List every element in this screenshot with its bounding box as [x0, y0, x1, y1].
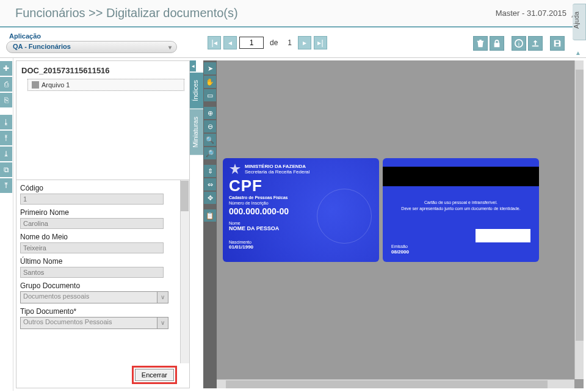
tipo-value: Outros Documentos Pessoais — [23, 318, 112, 325]
viewer-toolbar: ➤ ✋ ▭ ⊕ ⊖ 🔍 🔎 ⇕ ⇔ ✥ 📋 — [203, 60, 217, 388]
scan-button[interactable]: ⎙ — [0, 77, 12, 92]
viewer-h-scrollbar[interactable] — [217, 379, 574, 388]
meio-label: Nome do Meio — [20, 233, 183, 241]
fit-width-tool[interactable]: ⇔ — [204, 178, 216, 191]
meio-input[interactable] — [20, 242, 164, 253]
info-button[interactable]: i — [512, 36, 526, 51]
page-title: Funcionários >> Digitalizar documento(s) — [15, 6, 496, 20]
left-panel: DOC_201573115611516 Arquivo 1 Código Pri… — [16, 60, 190, 388]
page-dup-button[interactable]: ⧉ — [0, 162, 12, 177]
zoom-out-tool[interactable]: ⊖ — [204, 120, 216, 132]
back-line1: Cartão de uso pessoal e intransferível. — [383, 200, 539, 206]
zoom-region-tool[interactable]: 🔍 — [204, 134, 216, 146]
emissao-label: Emissão — [391, 244, 408, 249]
codigo-label: Código — [20, 184, 183, 192]
brasao-icon — [229, 163, 241, 175]
page-total: 1 — [284, 38, 295, 47]
right-toolbar: i — [473, 36, 565, 51]
page-up-button[interactable]: ⭱ — [0, 131, 12, 145]
collapse-panel-button[interactable]: ◂ — [190, 60, 196, 71]
ministry-text: MINISTÉRIO DA FAZENDA — [245, 164, 309, 169]
svg-marker-2 — [230, 164, 241, 174]
title-sub: Digitalizar documento(s) — [106, 6, 238, 20]
chevron-down-icon: ∨ — [157, 292, 168, 303]
signature-box — [476, 229, 530, 242]
trash-button[interactable] — [473, 36, 488, 51]
tab-miniaturas[interactable]: Miniaturas — [190, 109, 203, 155]
document-image: MINISTÉRIO DA FAZENDA Secretaria da Rece… — [223, 158, 539, 262]
doc-name: DOC_201573115611516 — [21, 66, 184, 75]
grupo-label: Grupo Documento — [20, 281, 183, 290]
file-label: Arquivo 1 — [42, 81, 70, 89]
select-tool[interactable]: ▭ — [204, 89, 216, 101]
svg-text:i: i — [518, 41, 519, 47]
encerrar-highlight: Encerrar — [132, 366, 177, 384]
tipo-select[interactable]: Outros Documentos Pessoais ∨ — [20, 317, 168, 329]
birth-date: 01/01/1990 — [229, 244, 373, 250]
back-line2: Deve ser apresentado junto com um docume… — [383, 206, 539, 212]
fit-page-tool[interactable]: ✥ — [204, 192, 216, 204]
page-of-label: de — [266, 38, 281, 47]
page-input[interactable] — [239, 37, 264, 49]
toolbar: Aplicação QA - Funcionários ▾ |◂ ◂ de 1 … — [0, 27, 586, 58]
header-bar: Funcionários >> Digitalizar documento(s)… — [0, 0, 586, 27]
first-page-button[interactable]: |◂ — [208, 36, 221, 49]
doc-tree: DOC_201573115611516 Arquivo 1 — [16, 61, 189, 180]
page-down-button[interactable]: ⭳ — [0, 115, 12, 129]
viewer-v-scrollbar[interactable] — [574, 60, 584, 379]
primeiro-input[interactable] — [20, 218, 164, 229]
viewer-canvas[interactable]: MINISTÉRIO DA FAZENDA Secretaria da Rece… — [217, 60, 584, 388]
last-page-button[interactable]: ▸| — [314, 36, 327, 49]
form-scrollbar[interactable] — [180, 180, 189, 363]
add-doc-button[interactable]: ✚ — [0, 61, 12, 76]
app-label: Aplicação — [9, 32, 177, 40]
pointer-tool[interactable]: ➤ — [204, 62, 216, 74]
ultimo-label: Último Nome — [20, 257, 183, 266]
title-main: Funcionários — [15, 6, 85, 20]
grupo-select[interactable]: Documentos pessoais ∨ — [20, 291, 168, 303]
zoom-reset-tool[interactable]: 🔎 — [204, 147, 216, 159]
codigo-input[interactable] — [20, 194, 164, 205]
collapse-toolbar-icon[interactable]: ▲ — [575, 49, 581, 56]
copy-doc-button[interactable]: ⎘ — [0, 93, 12, 107]
chevron-down-icon: ▾ — [168, 44, 172, 51]
left-iconstrip: ✚ ⎙ ⎘ ⭳ ⭱ ⤓ ⧉ ⤒ — [0, 58, 13, 391]
user-info: Master - 31.07.2015 — [496, 9, 580, 18]
prev-page-button[interactable]: ◂ — [223, 36, 237, 49]
side-tabstrip: ◂ Índices Miniaturas — [190, 60, 203, 388]
tab-indices[interactable]: Índices — [190, 72, 203, 109]
file-icon — [32, 81, 39, 89]
export-button[interactable] — [528, 36, 543, 51]
primeiro-label: Primeiro Nome — [20, 208, 183, 217]
save-button[interactable] — [550, 36, 565, 51]
back-text: Cartão de uso pessoal e intransferível. … — [383, 200, 539, 212]
next-page-button[interactable]: ▸ — [298, 36, 311, 49]
fit-height-tool[interactable]: ⇕ — [204, 165, 216, 177]
magnetic-stripe — [383, 167, 539, 186]
title-sep: >> — [89, 6, 103, 20]
tipo-label: Tipo Documento* — [20, 307, 183, 316]
form-area: Código Primeiro Nome Nome do Meio Último… — [16, 180, 189, 363]
clipboard-tool[interactable]: 📋 — [204, 209, 216, 222]
page-nav: |◂ ◂ de 1 ▸ ▸| — [208, 36, 327, 49]
app-value: QA - Funcionários — [13, 43, 71, 50]
encerrar-button[interactable]: Encerrar — [135, 369, 174, 381]
app-select[interactable]: QA - Funcionários ▾ — [6, 41, 177, 53]
grupo-value: Documentos pessoais — [23, 292, 89, 300]
user-label: Master - 31.07.2015 — [496, 9, 566, 18]
page-insert-button[interactable]: ⤓ — [0, 147, 12, 161]
pan-tool[interactable]: ✋ — [204, 76, 216, 88]
emissao-value: 08/2000 — [391, 249, 409, 255]
secretary-text: Secretaria da Receita Federal — [245, 169, 309, 175]
cpf-card-back: Cartão de uso pessoal e intransferível. … — [383, 158, 539, 262]
lock-button[interactable] — [490, 36, 504, 51]
zoom-in-tool[interactable]: ⊕ — [204, 107, 216, 119]
page-export-button[interactable]: ⤒ — [0, 178, 12, 193]
main-area: ✚ ⎙ ⎘ ⭳ ⭱ ⤓ ⧉ ⤒ DOC_201573115611516 Arqu… — [0, 58, 586, 391]
chevron-down-icon: ∨ — [157, 318, 168, 328]
file-item[interactable]: Arquivo 1 — [27, 79, 184, 91]
cpf-card-front: MINISTÉRIO DA FAZENDA Secretaria da Rece… — [223, 158, 379, 262]
seal-icon — [317, 189, 372, 244]
ultimo-input[interactable] — [20, 267, 164, 278]
